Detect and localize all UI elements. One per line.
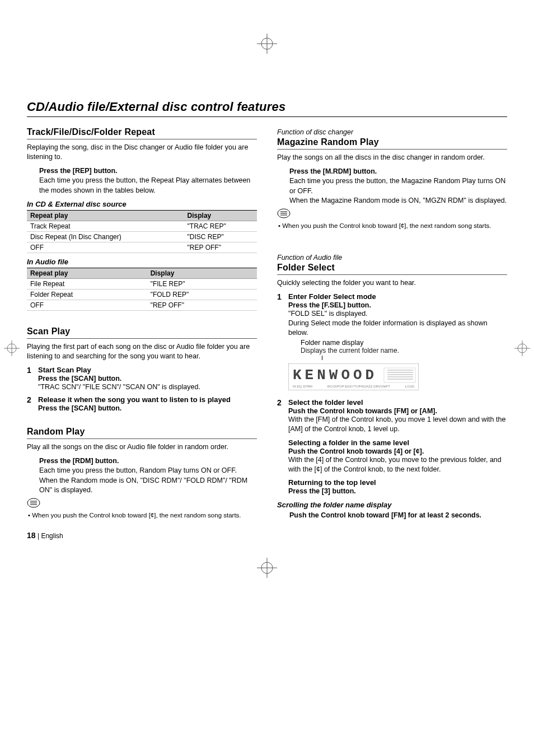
crosshair-icon [3, 340, 20, 357]
folder-context: Function of Audio file [277, 254, 507, 262]
lcd-spectrum-icon [383, 366, 416, 385]
magazine-press-desc1: Each time you press the button, the Maga… [289, 176, 507, 196]
folder-step1: 1 Enter Folder Select mode Press the [F.… [277, 292, 507, 395]
step-number: 2 [277, 398, 285, 496]
magazine-note: • When you push the Control knob toward … [277, 222, 507, 231]
lcd-pointer [288, 356, 507, 361]
table-row: Folder Repeat "FOLD REP" [27, 290, 257, 300]
cell: "DISC REP" [184, 232, 257, 242]
step-instr: Push the Control knob towards [FM] or [A… [288, 407, 507, 415]
cell: OFF [27, 300, 147, 311]
footer-lang: English [41, 532, 63, 540]
step-title: Release it when the song you want to lis… [38, 395, 257, 404]
random-intro: Play all the songs on the disc or Audio … [27, 442, 257, 452]
page-footer: 18 | English [27, 531, 507, 540]
th-repeat-play: Repeat play [27, 268, 147, 279]
note-text: When you push the Control knob toward [¢… [282, 222, 491, 229]
left-column: Track/File/Disc/Folder Repeat Replaying … [27, 127, 257, 521]
cell: "REP OFF" [184, 242, 257, 253]
table-row: OFF "REP OFF" [27, 242, 257, 253]
random-note: • When you push the Control knob toward … [27, 511, 257, 520]
section-heading-random: Random Play [27, 427, 257, 439]
repeat-press-desc: Each time you press the button, the Repe… [39, 176, 257, 195]
crosshair-icon [256, 32, 278, 55]
step-desc: "FOLD SEL" is displayed. [288, 309, 507, 319]
folder-intro: Quickly selecting the folder you want to… [277, 278, 507, 288]
th-display: Display [147, 268, 257, 279]
cell: "TRAC REP" [184, 221, 257, 232]
crosshair-icon [514, 340, 531, 357]
return-instr: Press the [3] button. [288, 487, 507, 495]
th-display: Display [184, 211, 257, 221]
cell: "FILE REP" [147, 279, 257, 290]
cell: "REP OFF" [147, 300, 257, 311]
magazine-press-label: Press the [M.RDM] button. [289, 167, 507, 177]
step-number: 2 [27, 395, 35, 412]
random-press-desc1: Each time you press the button, Random P… [39, 466, 257, 476]
scan-intro: Playing the first part of each song on t… [27, 342, 257, 361]
note-text: When you push the Control knob toward [¢… [32, 512, 241, 519]
table-row: File Repeat "FILE REP" [27, 279, 257, 290]
cd-ext-subhead: In CD & External disc source [27, 200, 257, 208]
section-heading-scan: Scan Play [27, 326, 257, 339]
note-icon [27, 498, 257, 510]
footer-sep: | [38, 532, 39, 540]
lcd-sub-right: LOUD [405, 385, 415, 388]
section-heading-folder: Folder Select [277, 263, 507, 275]
magazine-intro: Play the songs on all the discs in the d… [277, 153, 507, 162]
lcd-text: KENWOOD [291, 367, 380, 384]
magazine-press-desc2: When the Magazine Random mode is ON, "MG… [289, 196, 507, 206]
cell: Disc Repeat (In Disc Changer) [27, 232, 184, 242]
page-number: 18 [27, 531, 36, 540]
step-title: Select the folder level [288, 398, 507, 407]
scroll-subhead: Scrolling the folder name display [277, 501, 507, 509]
section-heading-magazine: Magazine Random Play [277, 137, 507, 150]
cell: Track Repeat [27, 221, 184, 232]
lcd-desc: Displays the current folder name. [301, 347, 507, 354]
cell: "FOLD REP" [147, 290, 257, 300]
lcd-label: Folder name display [301, 339, 507, 347]
step-instr: Press the [SCAN] button. [38, 375, 257, 382]
repeat-intro: Replaying the song, disc in the Disc cha… [27, 143, 257, 162]
scroll-instr: Push the Control knob toward [FM] for at… [289, 511, 507, 521]
cell: OFF [27, 242, 184, 253]
table-row: OFF "REP OFF" [27, 300, 257, 311]
registration-mark-top [27, 27, 507, 94]
scan-step1: 1 Start Scan Play Press the [SCAN] butto… [27, 366, 257, 392]
step-desc: With the [FM] of the Control knob, you m… [288, 415, 507, 434]
scan-step2: 2 Release it when the song you want to l… [27, 395, 257, 412]
step-instr: Press the [F.SEL] button. [288, 301, 507, 309]
right-column: Function of disc changer Magazine Random… [277, 127, 507, 521]
table-audio: Repeat play Display File Repeat "FILE RE… [27, 268, 257, 311]
table-row: Track Repeat "TRAC REP" [27, 221, 257, 232]
step-number: 1 [27, 366, 35, 392]
magazine-context: Function of disc changer [277, 128, 507, 136]
section-heading-repeat: Track/File/Disc/Folder Repeat [27, 127, 257, 139]
note-icon [277, 208, 507, 221]
random-press-desc2: When the Random mode is ON, "DISC RDM"/ … [39, 476, 257, 496]
same-level-desc: With the [4] of the Control knob, you mo… [288, 455, 507, 474]
step-desc: During Select mode the folder informatio… [288, 319, 507, 338]
random-press-label: Press the [RDM] button. [39, 456, 257, 466]
cell: File Repeat [27, 279, 147, 290]
repeat-press-label: Press the [REP] button. [39, 166, 257, 176]
crosshair-icon [256, 557, 278, 579]
step-instr: Press the [SCAN] button. [38, 404, 257, 412]
lcd-display: KENWOOD IN EQ STRM [288, 363, 419, 390]
step-desc: "TRAC SCN"/ "FILE SCN"/ "SCAN ON" is dis… [38, 382, 257, 392]
folder-step2: 2 Select the folder level Push the Contr… [277, 398, 507, 496]
th-repeat-play: Repeat play [27, 211, 184, 221]
cell: Folder Repeat [27, 290, 147, 300]
step-title: Enter Folder Select mode [288, 292, 507, 301]
table-cd-ext: Repeat play Display Track Repeat "TRAC R… [27, 210, 257, 253]
lcd-sub-left: IN EQ STRM [293, 385, 312, 388]
step-title: Start Scan Play [38, 366, 257, 374]
registration-mark-bottom [27, 540, 507, 585]
lcd-sub-mid: ROCKPOP EASYTOP40JAZZ DRVGMFT [327, 385, 390, 388]
step-number: 1 [277, 292, 285, 395]
same-level-instr: Push the Control knob towards [4] or [¢]… [288, 447, 507, 455]
page-title: CD/Audio file/External disc control feat… [27, 100, 507, 117]
same-level-title: Selecting a folder in the same level [288, 438, 507, 447]
return-title: Returning to the top level [288, 478, 507, 487]
audio-subhead: In Audio file [27, 258, 257, 266]
